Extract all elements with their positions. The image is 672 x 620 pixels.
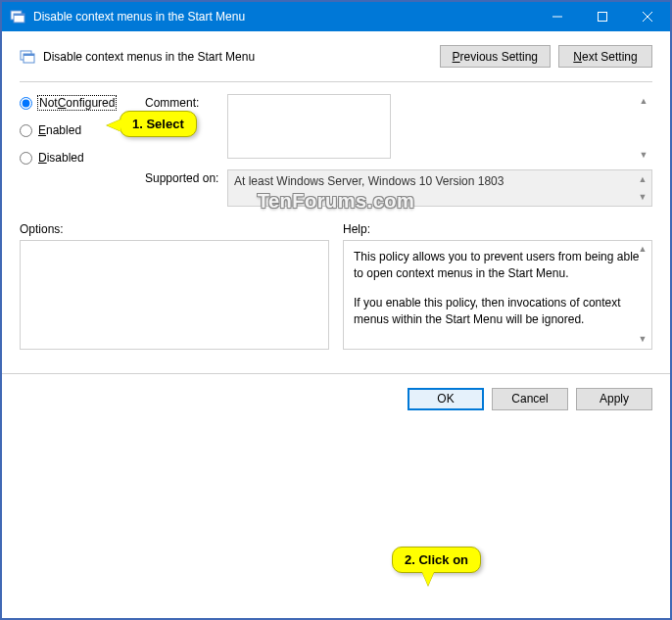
scroll-up-icon: ▲	[637, 96, 650, 106]
scroll-down-icon: ▼	[637, 150, 650, 160]
radio-not-configured-label: Not Configured	[38, 96, 116, 110]
help-label: Help:	[343, 222, 652, 236]
scroll-up-icon: ▲	[636, 243, 649, 257]
radio-disabled-label: Disabled	[38, 151, 84, 165]
radio-not-configured-input[interactable]	[20, 97, 32, 110]
scroll-down-icon: ▼	[636, 333, 649, 347]
minimize-button[interactable]	[535, 2, 580, 31]
cancel-button[interactable]: Cancel	[492, 388, 568, 410]
svg-rect-4	[599, 13, 607, 22]
help-panel: This policy allows you to prevent users …	[343, 240, 652, 350]
options-panel	[20, 240, 329, 350]
titlebar-title: Disable context menus in the Start Menu	[33, 10, 535, 24]
radio-disabled[interactable]: Disabled	[20, 151, 145, 165]
footer: OK Cancel Apply	[2, 373, 670, 424]
apply-button[interactable]: Apply	[576, 388, 652, 410]
close-button[interactable]	[625, 2, 670, 31]
radio-disabled-input[interactable]	[20, 152, 32, 165]
header-row: Disable context menus in the Start Menu …	[20, 45, 652, 68]
maximize-button[interactable]	[580, 2, 625, 31]
options-label: Options:	[20, 222, 329, 236]
supported-on-label: Supported on:	[145, 169, 227, 207]
app-icon	[10, 9, 25, 24]
radio-not-configured[interactable]: Not Configured	[20, 96, 145, 110]
next-setting-button[interactable]: Next Setting	[558, 45, 652, 68]
divider	[20, 81, 652, 82]
comment-textarea[interactable]	[227, 94, 391, 159]
supported-on-value: At least Windows Server, Windows 10 Vers…	[227, 169, 652, 207]
help-paragraph: This policy allows you to prevent users …	[354, 249, 642, 283]
callout-click-on: 2. Click on	[392, 547, 481, 573]
help-paragraph: If you enable this policy, then invocati…	[354, 295, 642, 329]
titlebar: Disable context menus in the Start Menu	[2, 2, 670, 31]
callout-select: 1. Select	[120, 111, 197, 137]
svg-rect-2	[14, 14, 24, 16]
previous-setting-button[interactable]: Previous Setting	[440, 45, 551, 68]
svg-rect-9	[24, 54, 34, 56]
radio-enabled-input[interactable]	[20, 124, 32, 137]
policy-title: Disable context menus in the Start Menu	[43, 50, 432, 64]
scroll-down-icon: ▼	[636, 190, 649, 204]
policy-icon	[20, 49, 35, 65]
ok-button[interactable]: OK	[408, 388, 484, 410]
scroll-up-icon: ▲	[636, 172, 649, 186]
radio-enabled-label: Enabled	[38, 123, 81, 137]
